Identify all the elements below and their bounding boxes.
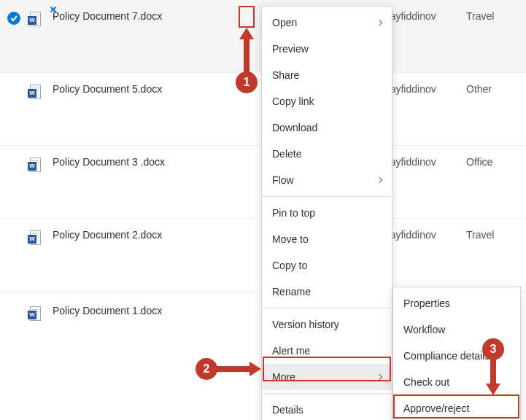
menu-item-delete[interactable]: Delete	[262, 141, 392, 167]
chevron-right-icon	[376, 20, 382, 26]
menu-item-label: Properties	[403, 298, 450, 309]
menu-item-label: Details	[272, 404, 303, 416]
menu-item-version-history[interactable]: Version history	[262, 311, 392, 338]
file-category: Travel	[466, 229, 526, 241]
menu-item-label: More	[272, 371, 295, 383]
submenu-item-workflow[interactable]: Workflow	[393, 316, 520, 343]
submenu-item-properties[interactable]: Properties	[393, 290, 520, 316]
menu-item-pin-to-top[interactable]: Pin to top	[262, 200, 392, 226]
menu-item-move-to[interactable]: Move to	[262, 226, 392, 252]
word-doc-icon: W	[28, 12, 41, 28]
submenu-item-check-out[interactable]: Check out	[393, 369, 520, 395]
menu-item-label: Check out	[403, 376, 449, 388]
file-category: Other	[466, 83, 526, 95]
file-category: Travel	[466, 10, 526, 22]
word-doc-icon: W	[28, 85, 41, 101]
menu-item-label: Approve/reject	[403, 402, 469, 414]
menu-separator	[262, 393, 392, 394]
chevron-right-icon	[376, 177, 382, 183]
menu-item-label: Preview	[272, 43, 309, 55]
annotation-step-2: 2	[196, 358, 217, 380]
menu-separator	[262, 308, 392, 308]
menu-item-flow[interactable]: Flow	[262, 167, 392, 193]
context-menu: Open Preview Share Copy link Download De…	[261, 6, 392, 420]
menu-item-label: Move to	[272, 233, 309, 245]
menu-item-copy-to[interactable]: Copy to	[262, 252, 392, 279]
menu-item-label: Pin to top	[272, 207, 315, 219]
menu-item-share[interactable]: Share	[262, 62, 392, 88]
checkmark-icon[interactable]	[7, 12, 20, 25]
menu-item-rename[interactable]: Rename	[262, 279, 392, 305]
menu-item-label: Share	[272, 69, 299, 81]
word-doc-icon: W	[28, 306, 41, 322]
annotation-arrow-icon	[216, 362, 261, 376]
chevron-right-icon	[376, 374, 382, 380]
menu-item-open[interactable]: Open	[262, 9, 392, 36]
menu-item-details[interactable]: Details	[262, 397, 392, 420]
menu-item-preview[interactable]: Preview	[262, 36, 392, 62]
menu-item-label: Download	[272, 122, 317, 133]
new-indicator-icon	[50, 6, 57, 13]
context-submenu: Properties Workflow Compliance details C…	[392, 287, 521, 420]
menu-item-label: Workflow	[403, 324, 445, 335]
submenu-item-compliance-details[interactable]: Compliance details	[393, 343, 520, 369]
submenu-item-approve-reject[interactable]: Approve/reject	[393, 395, 520, 420]
menu-item-label: Flow	[272, 174, 294, 186]
menu-item-label: Version history	[272, 319, 339, 330]
menu-item-alert-me[interactable]: Alert me	[262, 338, 392, 364]
word-doc-icon: W	[28, 230, 41, 246]
file-category: Office	[466, 156, 526, 168]
menu-item-download[interactable]: Download	[262, 114, 392, 141]
menu-item-label: Copy to	[272, 260, 307, 271]
menu-separator	[262, 196, 392, 197]
menu-item-label: Compliance details	[403, 350, 490, 362]
menu-item-more[interactable]: More	[262, 364, 392, 390]
menu-item-label: Delete	[272, 148, 301, 160]
menu-item-label: Open	[272, 17, 297, 28]
menu-item-label: Alert me	[272, 345, 310, 357]
word-doc-icon: W	[28, 158, 41, 174]
menu-item-label: Copy link	[272, 96, 314, 107]
menu-item-copy-link[interactable]: Copy link	[262, 88, 392, 114]
menu-item-label: Rename	[272, 286, 311, 298]
